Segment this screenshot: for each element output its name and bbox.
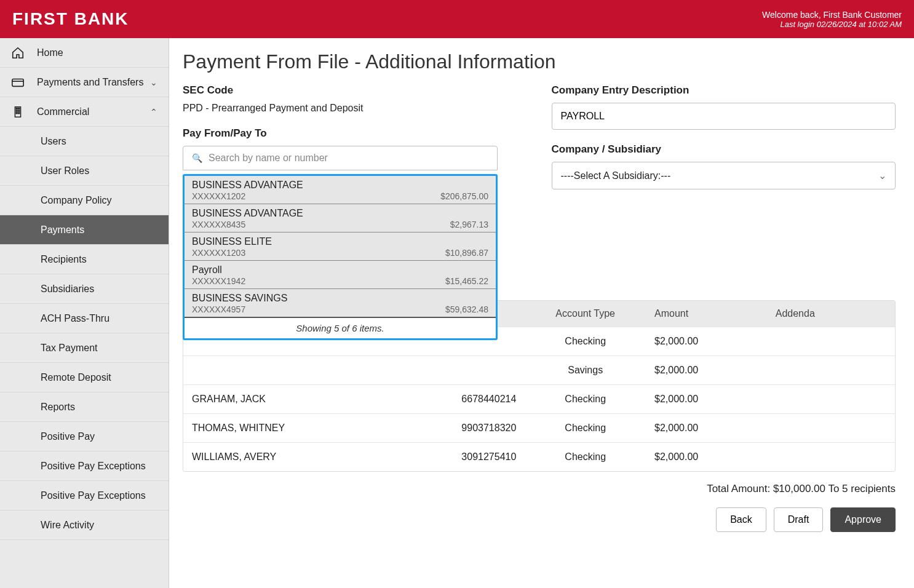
pay-from-label: Pay From/Pay To [183,127,527,140]
recipient-name: GRAHAM, JACK [183,385,404,414]
sidebar-item-recipients[interactable]: Recipients [0,245,169,274]
amount: $2,000.00 [646,385,767,414]
amount: $2,000.00 [646,414,767,443]
sec-code-label: SEC Code [183,84,527,97]
sidebar-item-payments[interactable]: Payments [0,215,169,245]
subsidiary-select[interactable]: ----Select A Subsidiary:--- ⌄ [552,162,896,189]
sidebar-item-ach-pass-thru[interactable]: ACH Pass-Thru [0,304,169,333]
header-bar: FIRST BANK Welcome back, First Bank Cust… [0,0,914,38]
col-amount: Amount [646,301,767,327]
account-number: XXXXXX1942 [192,276,245,286]
svg-rect-8 [18,110,20,111]
addenda [767,414,895,443]
recipient-name: WILLIAMS, AVERY [183,443,404,472]
welcome-text: Welcome back, First Bank Customer [762,10,902,20]
account-type: Checking [525,385,646,414]
last-login-text: Last login 02/26/2024 at 10:02 AM [762,20,902,29]
total-amount-line: Total Amount: $10,000.00 To 5 recipients [183,483,896,495]
account-option[interactable]: BUSINESS SAVINGSXXXXXX4957$59,632.48 [185,289,496,318]
header-user-block: Welcome back, First Bank Customer Last l… [762,10,902,29]
svg-rect-9 [16,112,17,113]
page-title: Payment From File - Additional Informati… [183,50,896,73]
sidebar-label-commercial: Commercial [37,106,89,117]
recipient-account: 6678440214 [404,385,525,414]
sidebar-item-commercial[interactable]: Commercial ⌃ [0,97,169,127]
chevron-up-icon: ⌃ [150,107,157,117]
draft-button[interactable]: Draft [774,507,824,532]
chevron-down-icon: ⌄ [878,170,886,181]
sidebar-item-user-roles[interactable]: User Roles [0,156,169,186]
table-row: GRAHAM, JACK6678440214Checking$2,000.00 [183,385,895,414]
sidebar-item-reports[interactable]: Reports [0,392,169,422]
account-name: BUSINESS SAVINGS [192,293,488,304]
account-number: XXXXXX8435 [192,220,245,229]
approve-button[interactable]: Approve [830,507,896,532]
account-number: XXXXXX1202 [192,191,245,201]
account-name: BUSINESS ELITE [192,236,488,247]
svg-rect-5 [16,108,17,109]
account-number: XXXXXX4957 [192,304,245,314]
account-balance: $206,875.00 [440,191,488,201]
main-content: Payment From File - Additional Informati… [169,38,914,588]
sidebar-item-company-policy[interactable]: Company Policy [0,186,169,215]
sidebar-item-users[interactable]: Users [0,127,169,156]
addenda [767,443,895,472]
building-icon [11,105,28,119]
pay-from-search[interactable]: 🔍 [183,146,498,170]
recipient-account: 9903718320 [404,414,525,443]
table-row: WILLIAMS, AVERY3091275410Checking$2,000.… [183,443,895,472]
account-type: Checking [525,414,646,443]
col-addenda: Addenda [767,301,895,327]
account-option[interactable]: BUSINESS ELITEXXXXXX1203$10,896.87 [185,232,496,261]
account-name: Payroll [192,264,488,276]
amount: $2,000.00 [646,443,767,472]
sidebar-item-home[interactable]: Home [0,38,169,68]
logo: FIRST BANK [12,9,129,29]
card-icon [11,76,28,89]
company-entry-input[interactable] [552,103,896,130]
account-option[interactable]: BUSINESS ADVANTAGEXXXXXX1202$206,875.00 [185,176,496,204]
account-number: XXXXXX1203 [192,248,245,258]
subsidiary-label: Company / Subsidiary [552,143,896,156]
sidebar-item-tax-payment[interactable]: Tax Payment [0,333,169,363]
account-option[interactable]: PayrollXXXXXX1942$15,465.22 [185,261,496,289]
account-balance: $2,967.13 [450,220,488,229]
sidebar-item-remote-deposit[interactable]: Remote Deposit [0,363,169,392]
recipient-account: 3091275410 [404,443,525,472]
sidebar-item-wire-activity[interactable]: Wire Activity [0,511,169,540]
account-balance: $59,632.48 [445,304,488,314]
sidebar-item-positive-pay[interactable]: Positive Pay [0,422,169,451]
account-name: BUSINESS ADVANTAGE [192,208,488,219]
subsidiary-value: ----Select A Subsidiary:--- [561,170,671,181]
company-entry-label: Company Entry Description [552,84,896,97]
sidebar-label-home: Home [37,47,63,58]
table-row: THOMAS, WHITNEY9903718320Checking$2,000.… [183,414,895,443]
recipient-name: THOMAS, WHITNEY [183,414,404,443]
sec-code-value: PPD - Prearranged Payment and Deposit [183,103,527,114]
account-option[interactable]: BUSINESS ADVANTAGEXXXXXX8435$2,967.13 [185,204,496,232]
sidebar: Home Payments and Transfers ⌄ Commercial… [0,38,169,588]
sidebar-item-payments-transfers[interactable]: Payments and Transfers ⌄ [0,68,169,97]
account-balance: $10,896.87 [445,248,488,258]
account-name: BUSINESS ADVANTAGE [192,180,488,191]
chevron-down-icon: ⌄ [150,77,157,87]
table-row: Savings $2,000.00 [183,356,895,385]
dropdown-footer: Showing 5 of 6 items. [185,318,496,338]
search-input[interactable] [209,153,488,164]
home-icon [11,46,28,60]
sidebar-label-pt: Payments and Transfers [37,77,143,88]
account-balance: $15,465.22 [445,276,488,286]
svg-rect-7 [16,110,17,111]
account-type: Checking [525,443,646,472]
back-button[interactable]: Back [716,507,766,532]
svg-rect-10 [18,112,20,113]
sidebar-item-subsidiaries[interactable]: Subsidiaries [0,274,169,304]
sidebar-item-positive-pay-exceptions[interactable]: Positive Pay Exceptions [0,451,169,481]
account-dropdown: BUSINESS ADVANTAGEXXXXXX1202$206,875.00B… [183,174,498,340]
col-account-type: Account Type [525,301,646,327]
search-icon: 🔍 [192,153,202,163]
addenda [767,385,895,414]
sidebar-item-positive-pay-exceptions[interactable]: Positive Pay Exceptions [0,481,169,511]
svg-rect-6 [18,108,20,109]
svg-rect-0 [12,79,23,86]
